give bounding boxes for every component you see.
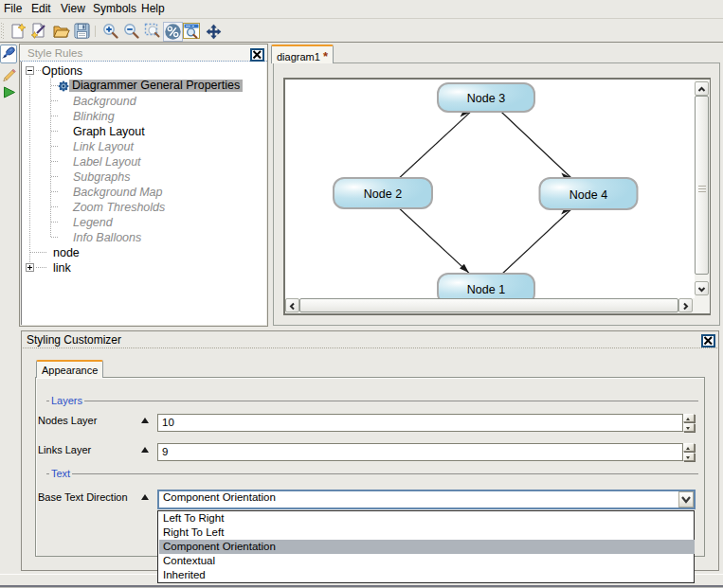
svg-text:Node 4: Node 4: [569, 188, 607, 202]
svg-text:Node 1: Node 1: [467, 283, 505, 296]
svg-text:Node 3: Node 3: [467, 92, 505, 105]
svg-text:Node 2: Node 2: [364, 187, 402, 201]
